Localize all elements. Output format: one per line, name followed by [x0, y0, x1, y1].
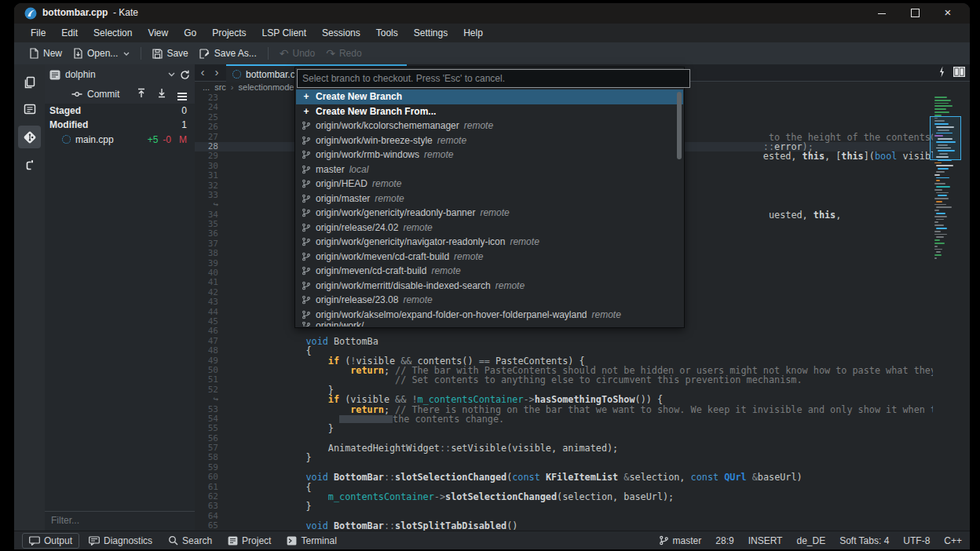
branch-item[interactable]: + origin/HEAD remote: [296, 177, 683, 192]
commit-button[interactable]: Commit: [71, 89, 119, 100]
breadcrumb-selectionmode[interactable]: selectionmode: [239, 82, 294, 92]
new-file-icon: [29, 48, 39, 59]
staged-row[interactable]: Staged0: [45, 104, 195, 118]
maximize-button[interactable]: [899, 3, 931, 24]
menu-item[interactable]: LSP Client: [255, 25, 313, 41]
branch-item[interactable]: + Create New Branch From...: [296, 104, 683, 119]
modified-row[interactable]: Modified1: [45, 118, 195, 132]
line-number: 43: [195, 297, 228, 307]
push-button[interactable]: [137, 88, 146, 100]
minimap-scrollbar[interactable]: [933, 96, 960, 535]
branch-item[interactable]: + origin/work/merritt/disable-indexed-se…: [296, 279, 683, 294]
minimap-viewport[interactable]: [930, 116, 961, 160]
minimap-line: [933, 111, 960, 114]
pull-button[interactable]: [157, 88, 166, 100]
code-line: 64 {: [195, 512, 933, 521]
cursor-position[interactable]: 28:9: [715, 535, 733, 546]
branch-item[interactable]: + origin/release/23.08 remote: [296, 293, 683, 308]
project-name[interactable]: dolphin: [65, 69, 163, 80]
sidebar-item-projects[interactable]: [18, 97, 41, 120]
menu-item[interactable]: Projects: [205, 25, 253, 41]
quick-open-icon[interactable]: [938, 66, 945, 78]
menu-item[interactable]: View: [141, 25, 175, 41]
menu-item[interactable]: Edit: [54, 25, 85, 41]
chevron-down-icon[interactable]: [168, 72, 175, 77]
branch-item[interactable]: + origin/release/24.02 remote: [296, 221, 683, 235]
toolbar: New Open... Save Save As... ↶ Undo: [14, 42, 970, 64]
close-button[interactable]: ×: [932, 3, 964, 24]
plus-icon: +: [302, 106, 311, 117]
lines-added: +5: [148, 134, 159, 145]
menu-item[interactable]: File: [24, 25, 53, 41]
file-status-flag: M: [179, 134, 187, 145]
branch-indicator[interactable]: master: [659, 535, 702, 546]
save-icon: [152, 49, 163, 59]
breadcrumb-ellipsis[interactable]: ...: [203, 82, 210, 92]
new-button[interactable]: New: [24, 45, 68, 62]
menu-item[interactable]: Help: [456, 25, 490, 41]
line-number: 41: [195, 278, 228, 287]
minimize-button[interactable]: [866, 3, 898, 24]
tab-mode[interactable]: Soft Tabs: 4: [839, 535, 889, 546]
statusbar-right: master 28:9 INSERT de_DE Soft Tabs: 4 UT…: [659, 535, 962, 546]
menu-item[interactable]: Settings: [407, 25, 455, 41]
menu-item[interactable]: Tools: [369, 25, 405, 41]
diagnostics-toggle[interactable]: Diagnostics: [82, 534, 159, 548]
undo-button[interactable]: ↶ Undo: [274, 45, 320, 62]
diagnostics-icon: [89, 536, 100, 546]
branch-item[interactable]: + origin/work/akselmo/expand-folder-on-h…: [296, 308, 683, 323]
sidebar-item-documents[interactable]: [18, 71, 41, 93]
git-branch-icon: [302, 310, 311, 319]
sidebar-item-symbols[interactable]: [18, 154, 41, 177]
branch-item[interactable]: + origin/work/win-breeze-style remote: [296, 133, 683, 148]
branch-item[interactable]: + origin/work/genericity/readonly-banner…: [296, 206, 683, 221]
redo-icon: ↷: [326, 49, 335, 57]
refresh-icon[interactable]: [180, 70, 190, 80]
popup-scrollbar[interactable]: [677, 92, 682, 159]
search-toggle[interactable]: Search: [162, 534, 218, 548]
project-panel-icon: [228, 536, 238, 546]
menu-item[interactable]: Go: [177, 25, 203, 41]
branch-item[interactable]: + origin/work/meven/cd-craft-build remot…: [296, 250, 683, 265]
open-button[interactable]: Open...: [68, 45, 135, 62]
save-button[interactable]: Save: [147, 45, 193, 62]
menu-item[interactable]: Sessions: [315, 25, 368, 41]
minimap-line: [933, 174, 960, 177]
sidebar-item-git[interactable]: [18, 126, 41, 148]
branch-item[interactable]: + Create New Branch: [296, 89, 683, 104]
minimap-line: [933, 165, 960, 167]
plus-icon: +: [302, 91, 311, 102]
back-icon[interactable]: ‹: [196, 64, 209, 80]
minimap-line: [933, 236, 960, 239]
git-menu-button[interactable]: [177, 89, 187, 100]
git-branch-icon: [302, 322, 311, 327]
input-mode[interactable]: INSERT: [748, 535, 783, 546]
encoding[interactable]: UTF-8: [903, 535, 930, 546]
save-as-button[interactable]: Save As...: [194, 45, 262, 62]
branch-search-input[interactable]: [297, 69, 690, 88]
branch-item[interactable]: + origin/work/…: [296, 322, 683, 327]
syntax-language[interactable]: C++: [944, 535, 962, 546]
forward-icon[interactable]: ›: [210, 64, 223, 80]
dictionary[interactable]: de_DE: [796, 535, 825, 546]
terminal-toggle[interactable]: Terminal: [280, 534, 342, 548]
output-toggle[interactable]: Output: [22, 533, 79, 549]
branch-item[interactable]: + origin/meven/cd-craft-build remote: [296, 264, 683, 279]
branch-item[interactable]: + origin/master remote: [296, 192, 683, 206]
filter-input[interactable]: Filter...: [45, 511, 195, 531]
minimap-line: [933, 224, 960, 227]
modified-file-row[interactable]: main.cpp +5 -0 M: [45, 132, 195, 147]
branch-item[interactable]: + origin/work/kcolorschememanager remote: [296, 119, 683, 133]
project-toggle[interactable]: Project: [221, 534, 277, 548]
staged-count: 0: [181, 105, 187, 116]
undo-icon: ↶: [280, 49, 289, 57]
branch-item[interactable]: + origin/work/genericity/navigator-reado…: [296, 235, 683, 250]
redo-button[interactable]: ↷ Redo: [320, 45, 367, 62]
save-as-icon: [199, 49, 210, 59]
menu-item[interactable]: Selection: [86, 25, 139, 41]
split-view-icon[interactable]: [953, 67, 965, 77]
breadcrumb-src[interactable]: src: [214, 82, 226, 92]
title-bar[interactable]: bottombar.cpp - Kate ×: [14, 3, 970, 24]
branch-item[interactable]: + origin/work/rmb-windows remote: [296, 148, 683, 162]
branch-item[interactable]: + master local: [296, 162, 683, 177]
